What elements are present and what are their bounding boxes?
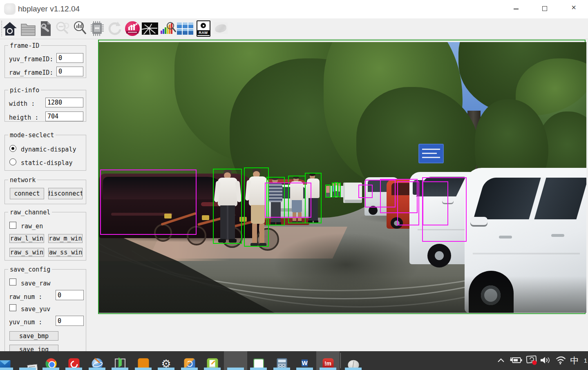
- running-indicator: [135, 368, 152, 370]
- image-grid-button[interactable]: [176, 19, 193, 38]
- taskbar-item-mail[interactable]: [0, 351, 16, 370]
- histogram-zoom-icon: [159, 20, 175, 37]
- taskbar-item-settings[interactable]: ⚙: [154, 351, 178, 370]
- data-analysis-icon: [124, 20, 140, 37]
- connect-button[interactable]: connect: [10, 188, 44, 199]
- tray-ime-indicator[interactable]: 中: [568, 351, 581, 370]
- taskbar-item-terminal[interactable]: [108, 351, 132, 370]
- save-raw-checkbox[interactable]: [9, 279, 16, 285]
- save-config-group: save_config save_raw raw_num : save_yuv …: [4, 269, 86, 353]
- width-label: width :: [9, 100, 35, 107]
- raw-l-win-button[interactable]: raw_l_win: [9, 234, 44, 243]
- taskbar-item-source-insight[interactable]: [178, 351, 201, 370]
- histogram-zoom-button[interactable]: [159, 19, 176, 38]
- raw-ss-win-button[interactable]: raw_ss_win: [48, 248, 83, 257]
- network-group: network connect disconnect: [4, 180, 86, 204]
- person-detection-box: [213, 169, 242, 244]
- person-detection-box: [338, 183, 341, 197]
- close-button[interactable]: ×: [564, 0, 583, 17]
- chip-button[interactable]: [89, 19, 106, 38]
- raw-frameid-label: raw_frameID:: [9, 69, 53, 76]
- save-yuv-checkbox[interactable]: [9, 304, 16, 311]
- vehicle-detection-box: [100, 169, 197, 235]
- save-bmp-button[interactable]: save_bmp: [9, 331, 58, 341]
- video-display: [98, 40, 586, 314]
- taskbar-item-notepad-plus-plus[interactable]: [201, 351, 224, 370]
- raw-channel-group-title: raw_channel: [8, 209, 52, 216]
- save-config-group-title: save_config: [8, 266, 52, 273]
- zoom-analyze-button[interactable]: [72, 19, 89, 38]
- pic-info-group-title: pic-info: [8, 87, 41, 94]
- taskbar-item-globe[interactable]: [85, 351, 109, 370]
- taskbar-item-netease-music[interactable]: [62, 351, 85, 370]
- tray-wifi-button[interactable]: [554, 351, 568, 370]
- tray-battery-button[interactable]: [508, 351, 524, 370]
- taskbar-item-flowchart[interactable]: [132, 351, 155, 370]
- window-titlebar: hbplayer v1.12.04 ×: [0, 0, 588, 18]
- surface-3d-button[interactable]: [212, 19, 229, 38]
- raw-s-win-button[interactable]: raw_s_win: [9, 248, 44, 257]
- open-folder-button[interactable]: [20, 19, 37, 38]
- taskbar-divider: [340, 353, 341, 368]
- volume-icon: [539, 355, 552, 365]
- spark-image-icon: [141, 20, 158, 37]
- raw-en-checkbox[interactable]: [9, 222, 16, 229]
- running-indicator: [112, 368, 128, 370]
- disconnect-button[interactable]: disconnect: [48, 188, 83, 199]
- vehicle-detection-box: [265, 183, 311, 218]
- running-indicator: [204, 368, 221, 370]
- spark-image-button[interactable]: [141, 19, 158, 38]
- raw-frameid-input[interactable]: [56, 67, 83, 76]
- data-analysis-button[interactable]: [123, 19, 141, 38]
- zoom-out-button[interactable]: [54, 19, 72, 38]
- control-panel: frame-ID yuv_frameID: raw_frameID: pic-i…: [0, 39, 95, 351]
- taskbar-item-calculator[interactable]: [270, 351, 293, 370]
- raw-label: RAW: [197, 30, 210, 35]
- open-folder-icon: [20, 20, 36, 37]
- window-title: hbplayer v1.12.04: [18, 4, 80, 13]
- running-indicator: [19, 368, 36, 370]
- save-yuv-label: save_yuv: [21, 305, 50, 313]
- running-indicator: [89, 368, 105, 370]
- surface-3d-icon: [212, 20, 229, 37]
- home-button[interactable]: [1, 19, 18, 38]
- height-label: heigth :: [9, 114, 38, 121]
- static-display-label: static-display: [21, 159, 72, 167]
- wifi-icon: [554, 355, 567, 365]
- tray-chevron-button[interactable]: [494, 351, 508, 370]
- taskbar-item-notepad[interactable]: [16, 351, 39, 370]
- battery-charging-icon: [510, 356, 523, 365]
- minimize-button[interactable]: [507, 0, 525, 17]
- file-tools-icon: [38, 20, 54, 37]
- running-indicator: [320, 368, 336, 370]
- taskbar-item-brain[interactable]: [342, 351, 365, 370]
- raw-file-icon: RAW: [195, 20, 212, 37]
- refresh-button[interactable]: [106, 19, 123, 38]
- running-indicator: [227, 368, 244, 370]
- dynamic-display-radio[interactable]: [9, 145, 16, 152]
- raw-file-button[interactable]: RAW: [195, 19, 212, 38]
- running-indicator: [181, 368, 198, 370]
- tray-sync-button[interactable]: [524, 351, 539, 370]
- tray-volume-button[interactable]: [539, 351, 553, 370]
- street-video-frame: [99, 42, 586, 313]
- taskbar-item-chrome[interactable]: [39, 351, 63, 370]
- file-tools-button[interactable]: [37, 19, 54, 38]
- static-display-radio[interactable]: [9, 158, 16, 165]
- height-input[interactable]: [45, 111, 83, 121]
- running-indicator: [296, 368, 313, 370]
- maximize-button[interactable]: [535, 0, 554, 17]
- raw-num-input[interactable]: [56, 290, 84, 300]
- yuv-frameid-input[interactable]: [56, 53, 83, 63]
- zoom-out-icon: [55, 20, 71, 37]
- taskbar-item-mobaxterm[interactable]: !m: [316, 351, 340, 370]
- taskbar-clock[interactable]: 1: [583, 351, 588, 370]
- running-indicator: [273, 368, 290, 370]
- taskbar-item-dev-ide[interactable]: [224, 351, 247, 370]
- mode-select-group: mode-seclect dynamic-dispaly static-disp…: [4, 135, 86, 171]
- width-input[interactable]: [45, 98, 83, 107]
- taskbar-item-word[interactable]: W: [293, 351, 316, 370]
- yuv-num-input[interactable]: [56, 316, 84, 326]
- raw-m-win-button[interactable]: raw_m_win: [48, 234, 83, 243]
- taskbar-item-xmanager[interactable]: [247, 351, 270, 370]
